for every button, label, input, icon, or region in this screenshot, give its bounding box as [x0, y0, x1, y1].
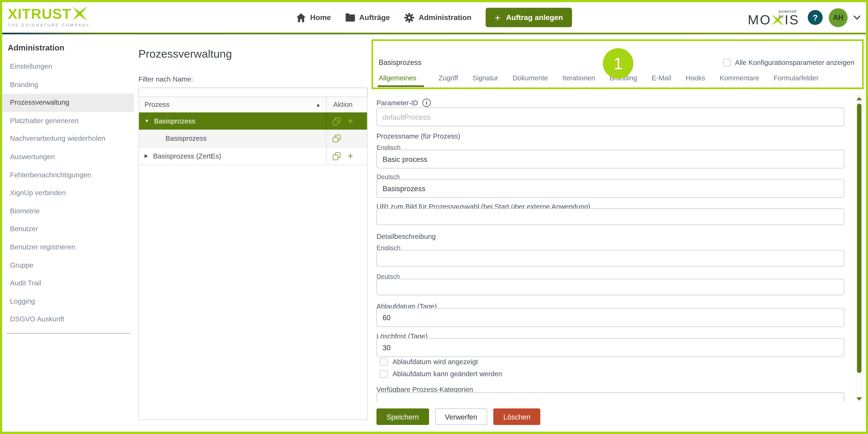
show-all-checkbox[interactable]	[723, 58, 731, 66]
tab-zugriff[interactable]: Zugriff	[438, 74, 458, 87]
copy-icon[interactable]	[333, 134, 340, 142]
categories-input[interactable]	[376, 392, 844, 402]
expiry-shown-checkbox[interactable]	[380, 358, 388, 366]
checkbox-label: Ablaufdatum kann geändert werden	[393, 370, 502, 378]
row-label: Basisprozess	[154, 117, 195, 125]
sidebar-item-audit-trail[interactable]: Audit Trail	[2, 274, 134, 292]
row-label-cell: ▶ Basisprozess (ZertEs)	[139, 152, 326, 160]
chevron-down-icon[interactable]	[854, 15, 861, 20]
column-header-prozess[interactable]: Prozess ▲	[139, 100, 326, 108]
column-header-label: Aktion	[333, 100, 352, 108]
add-icon[interactable]: +	[348, 116, 353, 126]
sort-ascending-icon: ▲	[316, 102, 321, 107]
tab-allgemeines[interactable]: Allgemeines	[378, 74, 424, 87]
caret-collapsed-icon[interactable]: ▶	[145, 153, 148, 158]
row-label: Basisprozess	[165, 134, 207, 142]
deletion-days-input[interactable]	[376, 338, 844, 357]
sidebar-divider	[7, 333, 130, 334]
description-german-row	[376, 279, 844, 295]
expiry-editable-checkbox-row[interactable]: Ablaufdatum kann geändert werden	[376, 370, 844, 378]
sidebar-item-biometrie[interactable]: Biometrie	[2, 202, 134, 220]
sidebar-item-xignup-verbinden[interactable]: XignUp verbinden	[2, 184, 134, 202]
sidebar-item-nachverarbeitung-wiederholen[interactable]: Nachverarbeitung wiederholen	[2, 130, 134, 148]
sidebar-item-logging[interactable]: Logging	[2, 292, 134, 311]
save-button[interactable]: Speichern	[376, 408, 429, 425]
parameter-id-input[interactable]	[376, 108, 844, 126]
tab-dokumente[interactable]: Dokumente	[513, 74, 548, 87]
scroll-up-arrow-icon[interactable]	[857, 97, 862, 100]
caret-expanded-icon[interactable]: ▼	[145, 119, 149, 123]
table-row-basisprozess[interactable]: ▼ Basisprozess +	[139, 112, 367, 129]
description-german-input[interactable]	[376, 279, 844, 295]
tab-formularfelder[interactable]: Formularfelder	[774, 74, 819, 87]
process-name-english-input[interactable]	[376, 150, 844, 168]
tab-hooks[interactable]: Hooks	[685, 74, 705, 87]
expiry-days-row	[376, 308, 844, 327]
tab-signatur[interactable]: Signatur	[472, 74, 498, 87]
plus-icon: +	[495, 12, 500, 22]
image-uri-input[interactable]	[376, 208, 844, 225]
folder-icon	[345, 13, 355, 22]
info-icon[interactable]: i	[422, 98, 431, 107]
expiry-days-input[interactable]	[376, 308, 844, 327]
form-scrollbar-track[interactable]	[856, 95, 863, 403]
gear-icon	[404, 12, 414, 22]
header-divider-gradient	[2, 33, 866, 34]
table-row-basisprozess-child[interactable]: Basisprozess	[139, 129, 367, 147]
xitrust-logo[interactable]: XITRUST THE ESIGNATURE COMPANY	[8, 6, 90, 28]
process-name-german-row: *	[376, 179, 844, 198]
sidebar-item-benutzer[interactable]: Benutzer	[2, 220, 134, 238]
process-list-panel: Prozessverwaltung Filter nach Name: Proz…	[136, 34, 368, 432]
image-uri-row	[376, 208, 844, 225]
show-all-parameters-toggle[interactable]: Alle Konfigurationsparameter anzeigen	[723, 58, 855, 66]
sidebar-item-gruppe[interactable]: Gruppe	[2, 256, 134, 274]
sidebar-item-auswertungen[interactable]: Auswertungen	[2, 148, 134, 166]
sidebar-item-dsgvo-auskunft[interactable]: DSGVO Auskunft	[2, 311, 134, 328]
detail-title: Basisprozess	[379, 58, 421, 66]
scroll-down-arrow-icon[interactable]	[857, 397, 862, 401]
sidebar-item-fehlerbenachrichtigungen[interactable]: Fehlerbenachrichtigungen	[2, 166, 134, 184]
description-label: Detailbeschreibung	[376, 233, 844, 240]
row-action-cell: +	[326, 147, 367, 165]
process-name-german-input[interactable]	[376, 179, 844, 198]
brand-tagline: THE ESIGNATURE COMPANY	[8, 23, 90, 28]
tab-email[interactable]: E-Mail	[651, 74, 671, 87]
xitrust-star-icon	[72, 6, 87, 21]
sidebar-item-branding[interactable]: Branding	[2, 76, 134, 94]
description-english-input[interactable]	[376, 250, 844, 267]
nav-label: Administration	[418, 13, 471, 22]
sidebar-item-prozessverwaltung[interactable]: Prozessverwaltung	[2, 94, 134, 112]
avatar[interactable]: AH	[829, 8, 848, 27]
nav-label: Home	[310, 13, 331, 22]
filter-label: Filter nach Name:	[138, 76, 368, 83]
sidebar-item-benutzer-registrieren[interactable]: Benutzer registrieren	[2, 238, 134, 256]
process-table: Prozess ▲ Aktion ▼ Basisprozess +	[138, 96, 368, 420]
expiry-shown-checkbox-row[interactable]: Ablaufdatum wird angezeigt	[376, 358, 844, 366]
help-button[interactable]: ?	[808, 10, 823, 25]
expiry-editable-checkbox[interactable]	[380, 370, 388, 378]
copy-icon[interactable]	[333, 152, 340, 160]
nav-item-auftraege[interactable]: Aufträge	[345, 13, 390, 22]
create-order-button[interactable]: + Auftrag anlegen	[486, 8, 572, 27]
app-window: XITRUST THE ESIGNATURE COMPANY Home Auft…	[0, 0, 868, 434]
form-scrollbar-thumb[interactable]	[857, 104, 861, 373]
nav-item-administration[interactable]: Administration	[404, 12, 471, 22]
delete-button[interactable]: Löschen	[493, 408, 540, 425]
nav-item-home[interactable]: Home	[297, 13, 331, 22]
sidebar-item-einstellungen[interactable]: Einstellungen	[2, 58, 134, 76]
field-label: Parameter-ID	[376, 99, 418, 107]
sidebar-list: Einstellungen Branding Prozessverwaltung…	[2, 58, 134, 328]
add-icon[interactable]: +	[348, 151, 353, 161]
moxis-logo: powered by MO IS	[748, 8, 799, 27]
process-table-header: Prozess ▲ Aktion	[139, 97, 367, 112]
show-all-label: Alle Konfigurationsparameter anzeigen	[735, 58, 854, 66]
table-row-basisprozess-zertes[interactable]: ▶ Basisprozess (ZertEs) +	[139, 147, 367, 165]
sidebar-item-platzhalter-generieren[interactable]: Platzhalter generieren	[2, 112, 134, 130]
row-action-cell: +	[326, 112, 367, 129]
copy-icon[interactable]	[333, 117, 340, 125]
tab-kommentare[interactable]: Kommentare	[719, 74, 759, 87]
tab-iterationen[interactable]: Iterationen	[562, 74, 595, 87]
process-name-english-row: *	[376, 150, 844, 168]
discard-button[interactable]: Verwerfen	[435, 408, 487, 425]
powered-by-text: powered by	[779, 9, 800, 19]
